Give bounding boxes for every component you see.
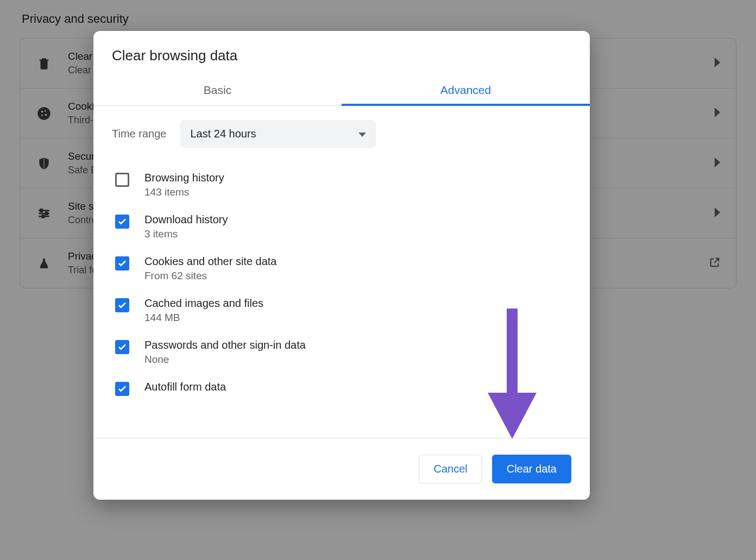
dialog-tabs: Basic Advanced [93,76,590,106]
option-passwords[interactable]: Passwords and other sign-in data None [112,331,571,373]
option-title: Autofill form data [144,381,571,393]
option-autofill[interactable]: Autofill form data [112,373,571,404]
checkbox-download-history[interactable] [115,215,129,229]
tab-basic[interactable]: Basic [93,76,342,105]
time-range-label: Time range [112,128,166,140]
time-range-value: Last 24 hours [190,128,256,140]
dialog-body[interactable]: Time range Last 24 hours Browsing histor… [93,106,590,438]
option-title: Cached images and files [144,297,571,310]
option-cookies[interactable]: Cookies and other site data From 62 site… [112,248,571,290]
option-title: Cookies and other site data [144,255,571,268]
option-title: Browsing history [144,172,571,184]
option-browsing-history[interactable]: Browsing history 143 items [112,164,571,206]
checkbox-passwords[interactable] [115,340,129,354]
option-download-history[interactable]: Download history 3 items [112,206,571,248]
clear-browsing-data-dialog: Clear browsing data Basic Advanced Time … [93,31,590,500]
option-sub: 3 items [144,228,571,240]
option-cached[interactable]: Cached images and files 144 MB [112,290,571,331]
cancel-button[interactable]: Cancel [419,455,482,483]
clear-data-button[interactable]: Clear data [492,455,571,483]
option-sub: 143 items [144,186,571,198]
option-title: Download history [144,213,571,226]
option-sub: From 62 sites [144,270,571,282]
option-sub: 144 MB [144,312,571,324]
dialog-title: Clear browsing data [93,31,590,76]
option-sub: None [144,354,571,366]
option-title: Passwords and other sign-in data [144,339,571,351]
checkbox-cached[interactable] [115,298,129,312]
dialog-footer: Cancel Clear data [93,438,590,500]
dropdown-triangle-icon [358,128,366,140]
checkbox-browsing-history[interactable] [115,173,129,187]
checkbox-autofill[interactable] [115,382,129,396]
checkbox-cookies[interactable] [115,256,129,270]
tab-advanced[interactable]: Advanced [342,76,590,105]
time-range-select[interactable]: Last 24 hours [180,120,376,148]
